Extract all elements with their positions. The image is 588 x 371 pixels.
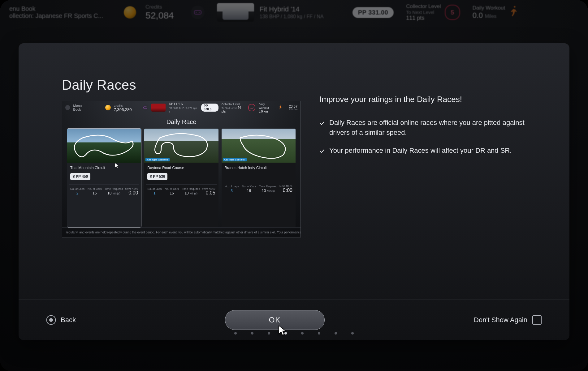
pp-requirement: ¥ PP 450 bbox=[70, 173, 90, 180]
back-button[interactable]: Back bbox=[46, 315, 76, 325]
pp-requirement: ¥ PP 536 bbox=[147, 173, 167, 180]
race-stats: No. of Laps1 No. of Cars16 Time Required… bbox=[144, 186, 218, 198]
track-image bbox=[67, 129, 141, 163]
tutorial-bullet: Your performance in Daily Races will aff… bbox=[319, 146, 526, 157]
track-name: Daytona Road Course bbox=[144, 163, 218, 170]
pv-collector-label: Collector Level bbox=[222, 103, 240, 106]
tutorial-bullet: Daily Races are official online races wh… bbox=[319, 118, 526, 138]
page-dot[interactable] bbox=[284, 332, 287, 335]
pv-pp-badge: PP 578.5 bbox=[201, 104, 218, 112]
pv-workout-value: 3.9 km bbox=[258, 110, 268, 113]
page-dot[interactable] bbox=[351, 332, 354, 335]
pv-workout-label: Daily Workout bbox=[258, 103, 269, 109]
pv-controller-icon bbox=[142, 104, 148, 111]
pv-clock: 23:5727th Jan bbox=[289, 104, 298, 111]
pv-collector-level-badge: 10 bbox=[248, 104, 255, 111]
page-dot[interactable] bbox=[234, 332, 237, 335]
pv-coin-icon bbox=[105, 105, 110, 110]
track-image: Car Type Specified bbox=[222, 129, 296, 163]
gt-logo-icon bbox=[65, 105, 70, 110]
ok-button[interactable]: OK bbox=[225, 310, 325, 330]
tutorial-headline: Improve your ratings in the Daily Races! bbox=[319, 95, 526, 104]
page-title: Daily Races bbox=[62, 77, 301, 93]
car-type-tag: Car Type Specified bbox=[223, 158, 247, 161]
tutorial-panel: Daily Races Menu Book Credits7,396,280 D… bbox=[19, 43, 569, 340]
race-stats: No. of Laps3 No. of Cars16 Time Required… bbox=[222, 183, 296, 196]
race-stats: No. of Laps2 No. of Cars16 Time Required… bbox=[67, 186, 141, 198]
pv-credits-label: Credits bbox=[114, 104, 123, 107]
dont-show-label: Don't Show Again bbox=[474, 316, 527, 324]
pv-section-title: Daily Race bbox=[62, 118, 300, 126]
page-dot[interactable] bbox=[251, 332, 253, 335]
car-type-tag: Car Type Specified bbox=[145, 158, 169, 161]
page-dot[interactable] bbox=[335, 332, 337, 335]
race-card: RACE BCar Type SpecifiedDaytona Road Cou… bbox=[144, 129, 218, 227]
checkbox-icon bbox=[532, 315, 542, 325]
race-card: Trial Mountain Circuit¥ PP 450 No. of La… bbox=[67, 129, 141, 227]
race-card: RACE CCar Type SpecifiedBrands Hatch Ind… bbox=[222, 129, 296, 227]
svg-rect-3 bbox=[144, 107, 147, 109]
dont-show-again-toggle[interactable]: Don't Show Again bbox=[474, 315, 542, 325]
pv-runner-icon bbox=[279, 104, 283, 111]
circle-icon bbox=[46, 315, 56, 325]
pv-car-name: DB11 '16 bbox=[169, 102, 183, 106]
page-dot[interactable] bbox=[301, 332, 304, 335]
page-dot[interactable] bbox=[318, 332, 320, 335]
ok-label: OK bbox=[269, 316, 281, 324]
check-icon bbox=[319, 147, 325, 157]
pv-car-spec: FR / 600 BHP / 1,770 kg / T bbox=[169, 107, 197, 113]
track-name: Trial Mountain Circuit bbox=[67, 163, 141, 170]
back-label: Back bbox=[61, 316, 76, 324]
page-dot[interactable] bbox=[268, 332, 270, 335]
pv-ticker-text: regularly, and events are held repeatedl… bbox=[62, 227, 300, 237]
preview-screenshot: Menu Book Credits7,396,280 DB11 '16FR / … bbox=[62, 101, 301, 237]
check-icon bbox=[319, 119, 325, 138]
pv-car-thumbnail bbox=[151, 104, 166, 112]
track-image: Car Type Specified bbox=[144, 129, 218, 163]
track-name: Brands Hatch Indy Circuit bbox=[222, 163, 296, 170]
page-indicator bbox=[19, 332, 569, 335]
cursor-icon bbox=[114, 163, 120, 169]
pv-credits-value: 7,396,280 bbox=[114, 107, 132, 112]
pv-menu-book: Menu Book bbox=[73, 104, 90, 111]
